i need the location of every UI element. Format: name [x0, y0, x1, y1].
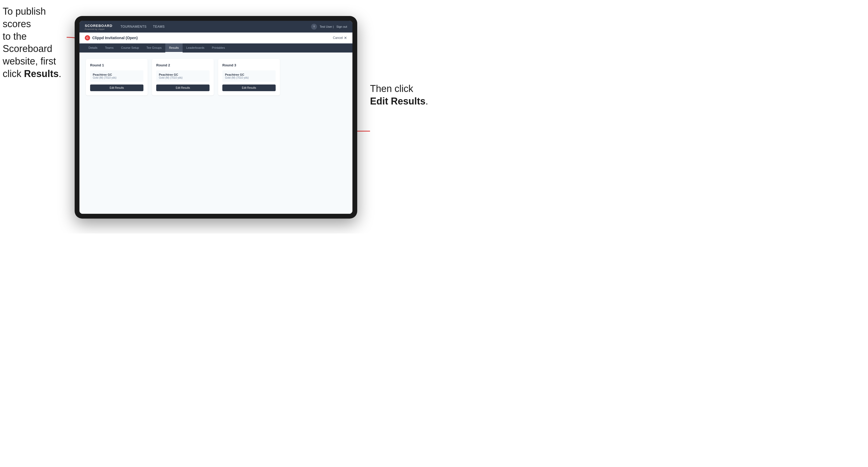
cancel-button[interactable]: Cancel ✕	[333, 36, 347, 40]
tab-leaderboards[interactable]: Leaderboards	[183, 43, 208, 53]
nav-teams[interactable]: TEAMS	[153, 25, 165, 29]
right-instruction: Then click Edit Results.	[370, 83, 429, 108]
tournament-header: C Clippd Invitational (Open) Cancel ✕	[80, 33, 352, 43]
instruction-line4-prefix: click	[3, 68, 24, 79]
logo-text: SCOREBOARD	[85, 24, 113, 28]
round-1-course-details: Gold (M) (7010 yds)	[93, 76, 141, 79]
instruction-line1: To publish scores	[3, 6, 46, 29]
tab-results[interactable]: Results	[165, 43, 183, 53]
instruction-line2: to the Scoreboard	[3, 31, 52, 54]
tournament-icon: C	[85, 35, 90, 40]
rounds-grid: Round 1 Peachtree GC Gold (M) (7010 yds)…	[86, 59, 346, 95]
instruction-line3: website, first	[3, 56, 56, 67]
round-1-title: Round 1	[90, 63, 144, 67]
tab-tee-groups[interactable]: Tee Groups	[143, 43, 165, 53]
round-2-course-name: Peachtree GC	[159, 73, 207, 76]
sign-out-link[interactable]: Sign out	[336, 25, 347, 28]
empty-cell	[284, 59, 346, 95]
round-1-course-name: Peachtree GC	[93, 73, 141, 76]
tournament-title-area: C Clippd Invitational (Open)	[85, 35, 137, 40]
tablet-screen: SCOREBOARD Powered by clippd TOURNAMENTS…	[80, 21, 352, 214]
round-3-title: Round 3	[222, 63, 276, 67]
round-3-card: Round 3 Peachtree GC Gold (M) (7010 yds)…	[218, 59, 280, 95]
instruction-line4-suffix: .	[59, 68, 61, 79]
round-2-title: Round 2	[156, 63, 210, 67]
logo-sub: Powered by clippd	[85, 28, 113, 30]
tab-printables[interactable]: Printables	[208, 43, 229, 53]
tab-details[interactable]: Details	[85, 43, 101, 53]
round-3-course-card: Peachtree GC Gold (M) (7010 yds)	[222, 70, 276, 82]
content-area: Round 1 Peachtree GC Gold (M) (7010 yds)…	[80, 53, 352, 214]
sub-nav: Details Teams Course Setup Tee Groups Re…	[80, 43, 352, 53]
round-2-edit-results-button[interactable]: Edit Results	[156, 85, 210, 91]
round-1-edit-results-button[interactable]: Edit Results	[90, 85, 144, 91]
instruction-right-line2-suffix: .	[426, 96, 428, 106]
round-3-edit-results-button[interactable]: Edit Results	[222, 85, 276, 91]
nav-tournaments[interactable]: TOURNAMENTS	[121, 25, 147, 29]
round-2-card: Round 2 Peachtree GC Gold (M) (7010 yds)…	[152, 59, 214, 95]
round-3-course-details: Gold (M) (7010 yds)	[225, 76, 273, 79]
round-1-course-card: Peachtree GC Gold (M) (7010 yds)	[90, 70, 144, 82]
tab-teams[interactable]: Teams	[101, 43, 117, 53]
round-3-course-name: Peachtree GC	[225, 73, 273, 76]
user-label: Test User |	[320, 25, 334, 28]
tablet-device: SCOREBOARD Powered by clippd TOURNAMENTS…	[75, 16, 357, 219]
user-avatar: T	[311, 24, 317, 30]
instruction-results-bold: Results	[24, 68, 59, 79]
navbar: SCOREBOARD Powered by clippd TOURNAMENTS…	[80, 21, 352, 33]
round-1-card: Round 1 Peachtree GC Gold (M) (7010 yds)…	[86, 59, 148, 95]
instruction-edit-results-bold: Edit Results	[370, 96, 426, 106]
nav-links: TOURNAMENTS TEAMS	[121, 25, 311, 29]
tournament-title: Clippd Invitational (Open)	[92, 36, 137, 40]
logo-area: SCOREBOARD Powered by clippd	[85, 23, 113, 30]
round-2-course-details: Gold (M) (7010 yds)	[159, 76, 207, 79]
tab-course-setup[interactable]: Course Setup	[117, 43, 143, 53]
instruction-right-line1: Then click	[370, 83, 413, 94]
round-2-course-card: Peachtree GC Gold (M) (7010 yds)	[156, 70, 210, 82]
nav-right: T Test User | Sign out	[311, 24, 347, 30]
